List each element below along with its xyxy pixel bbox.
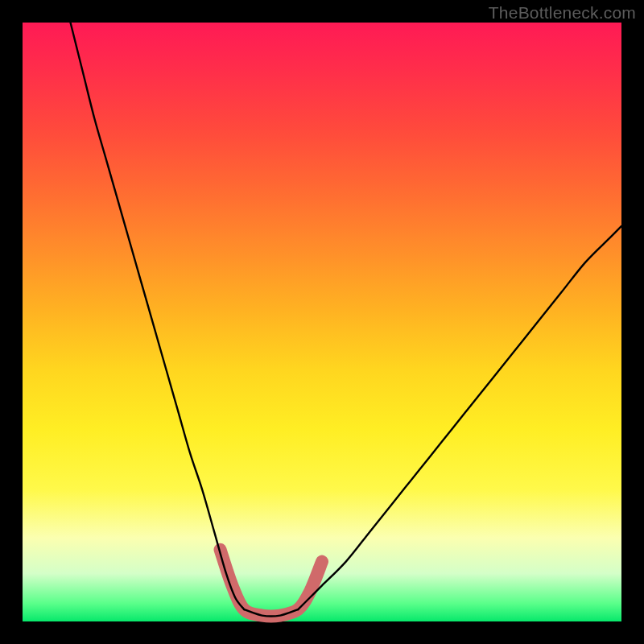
plot-area: [23, 23, 621, 621]
watermark-text: TheBottleneck.com: [489, 3, 636, 23]
valley-highlight: [221, 550, 322, 617]
chart-frame: TheBottleneck.com: [0, 0, 644, 644]
curve-layer: [23, 23, 621, 621]
left-branch-curve: [71, 23, 245, 609]
right-branch-curve: [298, 226, 621, 609]
